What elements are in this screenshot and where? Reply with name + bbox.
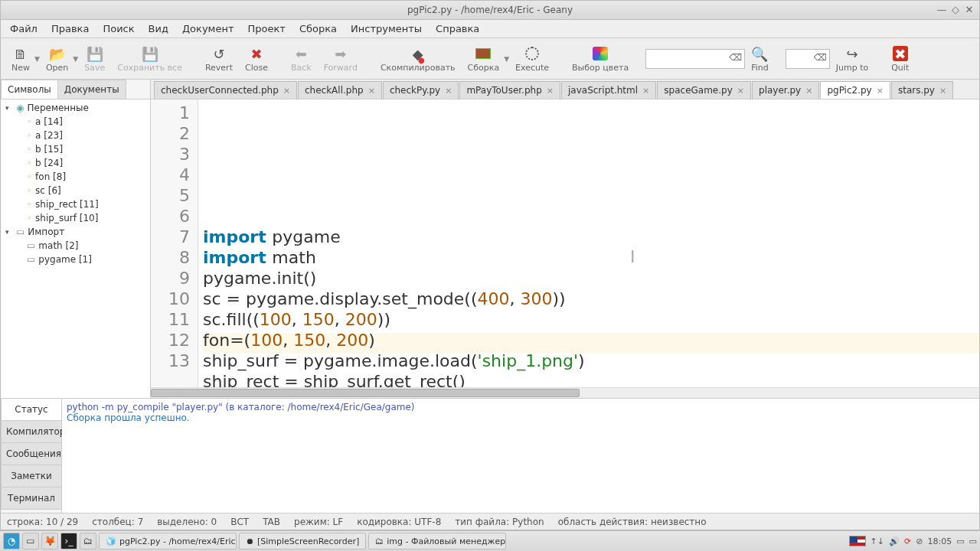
editor-tab[interactable]: pgPic2.py× [820, 81, 890, 99]
tree-node-import[interactable]: ▾▭Импорт [1, 225, 150, 239]
files-launcher[interactable]: 🗂 [80, 533, 96, 549]
menu-search[interactable]: Поиск [96, 21, 140, 37]
close-tab-icon[interactable]: × [877, 86, 884, 96]
save-all-button[interactable]: 💾Сохранить все [111, 43, 188, 74]
find-button[interactable]: 🔍Find [745, 43, 775, 74]
message-line: Сборка прошла успешно. [67, 412, 975, 423]
tray-icon[interactable]: ▭ [969, 536, 977, 546]
horizontal-scrollbar[interactable] [151, 387, 979, 398]
save-button[interactable]: 💾Save [78, 43, 111, 74]
line-gutter: 12345678910111213 [151, 99, 198, 387]
jump-button[interactable]: ↪Jump to [830, 43, 874, 74]
symbol-variable[interactable]: ◦b [24] [1, 156, 150, 170]
open-button[interactable]: 📂Open [40, 43, 74, 74]
taskbar-item-geany[interactable]: 🧊pgPic2.py - /home/rex4/Eric -... [99, 533, 237, 549]
msgtab-status[interactable]: Статус [1, 398, 61, 421]
updates-icon[interactable]: ⟳ [904, 536, 911, 546]
editor-tab[interactable]: javaScript.html× [561, 81, 656, 99]
status-encoding: кодировка: UTF-8 [357, 517, 441, 527]
symbol-variable[interactable]: ◦ship_surf [10] [1, 211, 150, 225]
execute-button[interactable]: Execute [509, 43, 555, 74]
code-source[interactable]: I import pygameimport mathpygame.init()s… [198, 99, 979, 387]
editor-tab[interactable]: stars.py× [891, 81, 953, 99]
tray-icon[interactable]: ▭ [956, 536, 964, 546]
new-button[interactable]: 🗎New [5, 43, 36, 74]
close-tab-icon[interactable]: × [939, 86, 946, 96]
close-tab-icon[interactable]: × [737, 86, 744, 96]
code-editor[interactable]: 12345678910111213 I import pygameimport … [151, 99, 979, 387]
close-icon: ✖ [250, 44, 262, 63]
maximize-button[interactable]: ◇ [950, 5, 961, 15]
forward-button[interactable]: ➡Forward [318, 43, 364, 74]
new-dropdown-icon[interactable]: ▼ [34, 55, 40, 63]
menu-document[interactable]: Документ [176, 21, 240, 37]
close-window-button[interactable]: ✕ [964, 5, 975, 15]
msgtab-notes[interactable]: Заметки [1, 465, 61, 487]
editor-tab[interactable]: spaceGame.py× [657, 81, 751, 99]
back-arrow-icon: ⬅ [296, 44, 307, 63]
close-button[interactable]: ✖Close [239, 43, 274, 74]
symbol-variable[interactable]: ◦fon [8] [1, 170, 150, 184]
revert-button[interactable]: ↺Revert [199, 43, 239, 74]
close-tab-icon[interactable]: × [642, 86, 649, 96]
close-tab-icon[interactable]: × [283, 86, 290, 96]
minimize-button[interactable]: — [936, 5, 947, 15]
close-tab-icon[interactable]: × [368, 86, 375, 96]
clock[interactable]: 18:05 [927, 536, 952, 546]
editor-tab[interactable]: checkPy.py× [383, 81, 459, 99]
menu-edit[interactable]: Правка [45, 21, 95, 37]
build-button[interactable]: Сборка [462, 43, 506, 74]
open-dropdown-icon[interactable]: ▼ [73, 55, 78, 63]
terminal-launcher[interactable]: ›_ [60, 533, 77, 549]
menu-project[interactable]: Проект [242, 21, 292, 37]
sidebar-tab-symbols[interactable]: Символы [1, 80, 58, 99]
taskbar-item-recorder[interactable]: ⏺[SimpleScreenRecorder] [239, 533, 366, 549]
network-icon[interactable]: ↑↓ [871, 536, 884, 546]
menu-view[interactable]: Вид [142, 21, 175, 37]
messages-output[interactable]: python -m py_compile "player.py" (в ката… [62, 399, 979, 513]
editor-tabs: checkUserConnected.php×checkAll.php×chec… [151, 80, 979, 99]
color-chooser-button[interactable]: Выбор цвета [566, 43, 635, 74]
menu-help[interactable]: Справка [430, 21, 485, 37]
compile-button[interactable]: ◆Скомпилировать [374, 43, 462, 74]
quit-icon: ✖ [893, 44, 908, 63]
symbol-import[interactable]: ▭math [2] [1, 239, 150, 253]
keyboard-layout-icon[interactable] [849, 536, 866, 546]
menu-build[interactable]: Сборка [293, 21, 343, 37]
close-tab-icon[interactable]: × [445, 86, 452, 96]
expand-icon: ▾ [5, 104, 13, 112]
back-button[interactable]: ⬅Back [285, 43, 318, 74]
symbol-variable[interactable]: ◦a [14] [1, 115, 150, 129]
symbol-import[interactable]: ▭pygame [1] [1, 253, 150, 266]
symbol-variable[interactable]: ◦b [15] [1, 142, 150, 156]
msgtab-compiler[interactable]: Компилятор [1, 420, 61, 443]
close-tab-icon[interactable]: × [805, 86, 812, 96]
menu-tools[interactable]: Инструменты [345, 21, 428, 37]
editor-tab[interactable]: player.py× [752, 81, 819, 99]
scrollbar-thumb[interactable] [151, 389, 580, 397]
power-icon[interactable]: ⊘ [916, 536, 923, 546]
symbol-variable[interactable]: ◦ship_rect [11] [1, 197, 150, 211]
volume-icon[interactable]: 🔊 [889, 536, 900, 546]
msgtab-messages[interactable]: Сообщения [1, 442, 61, 465]
editor-tab[interactable]: checkUserConnected.php× [154, 81, 297, 99]
system-tray: ↑↓ 🔊 ⟳ ⊘ 18:05 ▭ ▭ [849, 536, 977, 546]
clear-find-icon[interactable]: ⌫ [729, 52, 742, 63]
editor-tab[interactable]: mPayToUser.php× [459, 81, 560, 99]
start-menu-button[interactable]: ◔ [3, 533, 20, 549]
quit-button[interactable]: ✖Quit [885, 43, 915, 74]
sidebar-tab-documents[interactable]: Документы [57, 80, 126, 99]
close-tab-icon[interactable]: × [547, 86, 554, 96]
forward-arrow-icon: ➡ [335, 44, 346, 63]
desktop-button[interactable]: ▭ [22, 533, 39, 549]
msgtab-terminal[interactable]: Терминал [1, 487, 61, 510]
browser-launcher[interactable]: 🦊 [41, 533, 58, 549]
taskbar-item-files[interactable]: 🗂img - Файловый менеджер [368, 533, 506, 549]
editor-tab[interactable]: checkAll.php× [298, 81, 382, 99]
tree-node-variables[interactable]: ▾◉Переменные [1, 101, 150, 115]
menu-file[interactable]: Файл [4, 21, 44, 37]
clear-jump-icon[interactable]: ⌫ [814, 52, 827, 63]
symbol-variable[interactable]: ◦sc [6] [1, 184, 150, 197]
symbol-variable[interactable]: ◦a [23] [1, 129, 150, 142]
build-dropdown-icon[interactable]: ▼ [504, 55, 509, 63]
